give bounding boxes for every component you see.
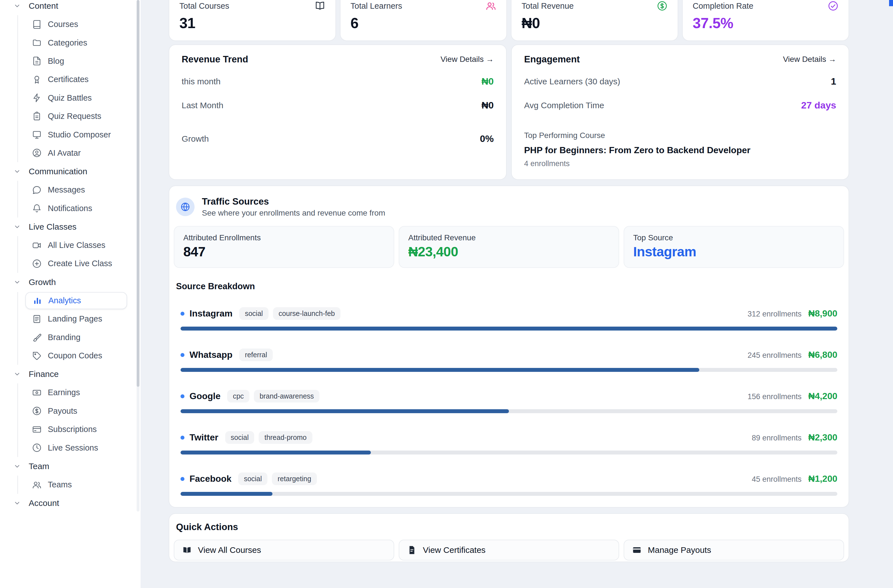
sidebar-item-teams[interactable]: Teams [18, 476, 141, 494]
sidebar-section-items: MessagesNotifications [17, 181, 141, 218]
sidebar-item-certificates[interactable]: Certificates [18, 70, 141, 88]
source-row-facebook: Facebooksocialretargeting45 enrollments₦… [180, 472, 837, 496]
top-course-name: PHP for Beginners: From Zero to Backend … [524, 145, 836, 155]
sidebar-item-landing-pages[interactable]: Landing Pages [18, 310, 141, 328]
card-solid-icon [632, 545, 642, 555]
sidebar-section-content[interactable]: Content [14, 0, 141, 15]
page-scrollbar-thumb[interactable] [889, 0, 893, 6]
view-certificates-button[interactable]: View Certificates [399, 540, 619, 561]
revenue-row-value: ₦0 [482, 76, 494, 87]
sidebar-section-account[interactable]: Account [14, 494, 141, 512]
sidebar-item-label: Live Sessions [48, 443, 98, 453]
globe-icon [176, 198, 195, 216]
chat-icon [32, 185, 42, 195]
sidebar-section-team[interactable]: Team [14, 457, 141, 476]
manage-payouts-button[interactable]: Manage Payouts [624, 540, 844, 561]
sidebar-section-items: EarningsPayoutsSubscriptionsLive Session… [17, 383, 141, 457]
monitor-icon [32, 130, 42, 140]
sidebar-item-quiz-requests[interactable]: Quiz Requests [18, 107, 141, 125]
sidebar-item-ai-avatar[interactable]: AI Avatar [18, 144, 141, 162]
sidebar-item-notifications[interactable]: Notifications [18, 199, 141, 218]
avg-completion-value: 27 days [801, 100, 836, 111]
source-revenue: ₦2,300 [808, 432, 837, 442]
sidebar-section-live-classes[interactable]: Live Classes [14, 218, 141, 236]
engagement-view-details-link[interactable]: View Details → [783, 55, 836, 64]
revenue-row-value: 0% [480, 133, 494, 144]
sidebar-item-live-sessions[interactable]: Live Sessions [18, 438, 141, 457]
traffic-summary-value: Instagram [633, 244, 834, 260]
source-tag: retargeting [272, 472, 317, 485]
sidebar-item-quiz-battles[interactable]: Quiz Battles [18, 89, 141, 107]
sidebar-item-courses[interactable]: Courses [18, 15, 141, 33]
sidebar-item-analytics[interactable]: Analytics [25, 292, 127, 309]
sidebar-item-earnings[interactable]: Earnings [18, 383, 141, 402]
sidebar-item-branding[interactable]: Branding [18, 328, 141, 346]
source-breakdown-title: Source Breakdown [176, 281, 844, 291]
stat-label: Completion Rate [693, 2, 753, 10]
traffic-summary-top-source: Top SourceInstagram [624, 226, 844, 268]
chevron-down-icon [14, 223, 21, 231]
traffic-summary-value: 847 [183, 244, 385, 260]
sidebar-item-studio-composer[interactable]: Studio Composer [18, 125, 141, 144]
source-bar-fill [180, 327, 837, 330]
sidebar-section-finance[interactable]: Finance [14, 365, 141, 383]
sidebar-scrollbar-thumb[interactable] [137, 0, 140, 387]
dollar-circle-icon [657, 0, 667, 11]
sidebar-item-blog[interactable]: Blog [18, 52, 141, 70]
traffic-summary-value: ₦23,400 [408, 244, 610, 260]
sidebar-item-categories[interactable]: Categories [18, 33, 141, 52]
sidebar-item-label: Branding [48, 333, 80, 342]
credit-card-icon [32, 425, 42, 434]
source-name: Twitter [189, 432, 218, 442]
sidebar-item-label: Earnings [48, 388, 80, 397]
sidebar-nav: ContentCoursesCategoriesBlogCertificates… [0, 0, 141, 512]
revenue-row-label: this month [182, 77, 221, 86]
quick-action-label: Manage Payouts [648, 545, 711, 555]
source-bar-fill [180, 368, 699, 372]
lightning-icon [32, 93, 42, 103]
revenue-trend-title: Revenue Trend [182, 54, 248, 64]
quick-actions-grid: View All CoursesView CertificatesManage … [174, 540, 844, 561]
sidebar-section-items: Teams [17, 476, 141, 494]
source-list: Instagramsocialcourse-launch-feb312 enro… [174, 307, 844, 496]
revenue-view-details-link[interactable]: View Details → [440, 55, 494, 64]
quick-actions-title: Quick Actions [174, 522, 844, 532]
sidebar-item-label: Landing Pages [48, 314, 102, 324]
revenue-row-label: Last Month [182, 100, 223, 110]
sidebar-item-create-live-class[interactable]: Create Live Class [18, 254, 141, 273]
source-revenue: ₦4,200 [808, 391, 837, 401]
sidebar-item-payouts[interactable]: Payouts [18, 402, 141, 420]
sidebar-item-label: Subscriptions [48, 425, 97, 434]
book-open-icon [315, 0, 325, 11]
active-learners-label: Active Learners (30 days) [524, 77, 620, 86]
sidebar-item-all-live-classes[interactable]: All Live Classes [18, 236, 141, 254]
sidebar-section-communication[interactable]: Communication [14, 162, 141, 181]
stat-label: Total Courses [179, 2, 229, 10]
file-solid-icon [407, 545, 417, 555]
source-dot-icon [180, 312, 185, 316]
view-all-courses-button[interactable]: View All Courses [174, 540, 394, 561]
sidebar-item-label: Create Live Class [48, 259, 112, 268]
active-learners-value: 1 [831, 76, 836, 87]
source-row-whatsapp: Whatsappreferral245 enrollments₦6,800 [180, 348, 837, 372]
clock-icon [32, 443, 42, 453]
check-circle-icon [828, 0, 839, 11]
sidebar-item-label: Notifications [48, 204, 92, 213]
traffic-summary-attributed-enrollments: Attributed Enrollments847 [174, 226, 394, 268]
stat-card-completion-rate: Completion Rate37.5% [682, 0, 849, 41]
source-bar-track [180, 492, 837, 496]
traffic-summary-label: Top Source [633, 233, 834, 242]
bell-icon [32, 204, 42, 213]
bar-chart-icon [33, 296, 42, 305]
sidebar-section-label: Communication [29, 166, 87, 176]
sidebar-section-growth[interactable]: Growth [14, 273, 141, 291]
sidebar-section-label: Team [29, 462, 49, 471]
source-revenue: ₦8,900 [808, 308, 837, 319]
sidebar-item-label: AI Avatar [48, 148, 81, 158]
sidebar-item-subscriptions[interactable]: Subscriptions [18, 420, 141, 438]
sidebar-section-items: CoursesCategoriesBlogCertificatesQuiz Ba… [17, 15, 141, 162]
sidebar-item-messages[interactable]: Messages [18, 181, 141, 199]
app-root: ContentCoursesCategoriesBlogCertificates… [0, 0, 893, 588]
sidebar-section-items: All Live ClassesCreate Live Class [17, 236, 141, 273]
sidebar-item-coupon-codes[interactable]: Coupon Codes [18, 346, 141, 365]
